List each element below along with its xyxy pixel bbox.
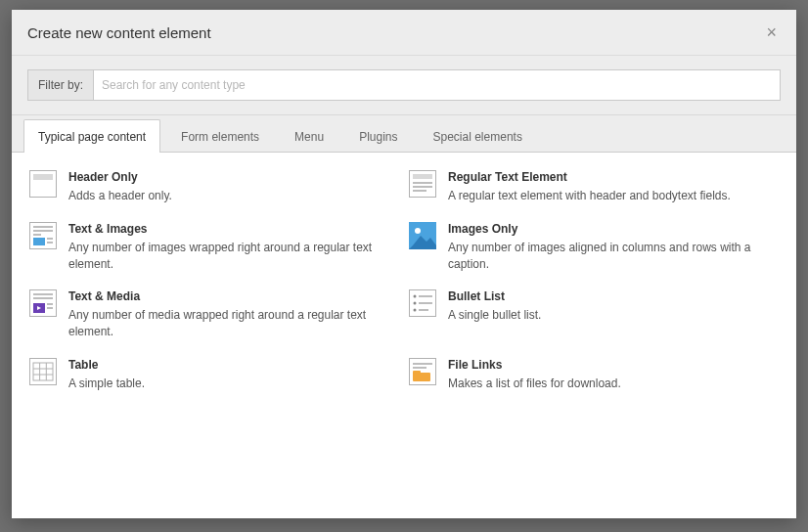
option-title: Table	[68, 358, 389, 372]
svg-rect-6	[413, 190, 426, 192]
modal-title: Create new content element	[27, 24, 211, 41]
svg-rect-41	[413, 371, 421, 375]
option-title: Header Only	[68, 170, 389, 184]
option-text: Regular Text Element A regular text elem…	[448, 170, 779, 204]
option-table[interactable]: Table A simple table.	[29, 358, 399, 392]
tab-special-elements[interactable]: Special elements	[419, 119, 537, 153]
tabs: Typical page content Form elements Menu …	[12, 114, 796, 152]
option-title: Images Only	[448, 222, 769, 236]
modal-header: Create new content element ×	[12, 10, 796, 55]
bullet-list-icon	[409, 289, 436, 317]
option-images-only[interactable]: Images Only Any number of images aligned…	[409, 222, 779, 273]
svg-rect-19	[33, 297, 53, 299]
header-only-icon	[29, 170, 57, 198]
option-desc: Any number of images aligned in columns …	[448, 240, 769, 273]
text-images-icon	[29, 222, 57, 249]
filter-label: Filter by:	[27, 69, 93, 101]
svg-rect-30	[419, 309, 428, 311]
svg-point-15	[415, 228, 421, 234]
create-content-modal: Create new content element × Filter by: …	[12, 10, 796, 518]
table-icon	[29, 358, 57, 385]
content-options: Header Only Adds a header only. Regular …	[12, 152, 796, 518]
option-text: Images Only Any number of images aligned…	[448, 222, 779, 273]
option-desc: Adds a header only.	[68, 188, 389, 204]
option-text: Header Only Adds a header only.	[68, 170, 399, 204]
option-desc: A single bullet list.	[448, 307, 769, 324]
option-text: Bullet List A single bullet list.	[448, 289, 779, 324]
option-file-links[interactable]: File Links Makes a list of files for dow…	[409, 358, 779, 392]
option-desc: Makes a list of files for download.	[448, 376, 769, 392]
svg-rect-10	[33, 234, 41, 236]
svg-rect-3	[413, 174, 432, 179]
svg-rect-23	[47, 307, 53, 309]
option-header-only[interactable]: Header Only Adds a header only.	[29, 170, 399, 204]
svg-rect-38	[413, 363, 432, 365]
tab-menu[interactable]: Menu	[280, 119, 338, 153]
option-title: Text & Media	[68, 289, 389, 303]
svg-rect-9	[33, 230, 53, 232]
option-bullet-list[interactable]: Bullet List A single bullet list.	[409, 289, 779, 340]
option-desc: A simple table.	[68, 376, 389, 392]
filter-input[interactable]	[93, 69, 781, 101]
close-icon[interactable]: ×	[762, 23, 781, 41]
text-media-icon	[29, 289, 57, 317]
option-title: File Links	[448, 358, 769, 372]
option-title: Bullet List	[448, 289, 769, 303]
tab-typical-page-content[interactable]: Typical page content	[23, 119, 160, 153]
svg-point-25	[414, 295, 417, 298]
svg-rect-26	[419, 295, 432, 297]
svg-rect-22	[47, 303, 53, 305]
option-text: File Links Makes a list of files for dow…	[448, 358, 779, 392]
regular-text-icon	[409, 170, 436, 198]
svg-point-27	[414, 302, 417, 305]
svg-rect-13	[47, 242, 53, 244]
tab-plugins[interactable]: Plugins	[344, 119, 412, 153]
option-desc: A regular text element with header and b…	[448, 188, 769, 204]
svg-point-29	[414, 309, 417, 312]
option-regular-text[interactable]: Regular Text Element A regular text elem…	[409, 170, 779, 204]
option-text-images[interactable]: Text & Images Any number of images wrapp…	[29, 222, 399, 273]
option-title: Text & Images	[68, 222, 389, 236]
svg-rect-8	[33, 226, 53, 228]
option-desc: Any number of media wrapped right around…	[68, 307, 389, 340]
svg-rect-28	[419, 302, 432, 304]
option-desc: Any number of images wrapped right aroun…	[68, 240, 389, 273]
filter-bar: Filter by:	[12, 55, 796, 114]
option-text: Text & Images Any number of images wrapp…	[68, 222, 399, 273]
tab-form-elements[interactable]: Form elements	[166, 119, 274, 153]
svg-rect-5	[413, 186, 432, 188]
option-title: Regular Text Element	[448, 170, 769, 184]
svg-rect-11	[33, 238, 45, 245]
images-only-icon	[409, 222, 436, 249]
file-links-icon	[409, 358, 436, 385]
svg-rect-4	[413, 182, 432, 184]
option-text: Text & Media Any number of media wrapped…	[68, 289, 399, 340]
svg-rect-12	[47, 238, 53, 240]
svg-rect-1	[33, 174, 53, 180]
option-text: Table A simple table.	[68, 358, 399, 392]
option-text-media[interactable]: Text & Media Any number of media wrapped…	[29, 289, 399, 340]
svg-rect-39	[413, 367, 426, 369]
svg-rect-18	[33, 293, 53, 295]
